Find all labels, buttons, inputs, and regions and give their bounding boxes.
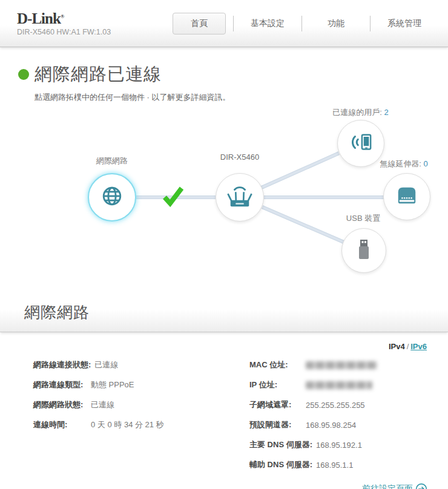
clients-node-label: 已連線的用戶: 2: [314, 107, 407, 118]
check-icon: [161, 185, 185, 210]
nav-separator: [301, 16, 302, 31]
connected-clients-node[interactable]: [337, 120, 384, 167]
dlink-logo: D-Link®: [17, 11, 111, 26]
network-topology: 網際網路 DIR-X5460 已連線的用戶: 2 無線延伸器: 0 USB 裝置: [0, 105, 448, 288]
page-title: 網際網路已連線: [35, 62, 162, 87]
detail-row-primary-dns: 主要 DNS 伺服器: 168.95.192.1: [249, 439, 377, 450]
internet-node-label: 網際網路: [88, 156, 136, 166]
link-router-usb: [262, 205, 344, 243]
go-to-settings-link[interactable]: 前往設定頁面: [362, 483, 427, 489]
clients-count: 2: [384, 108, 389, 117]
router-node-label: DIR-X5460: [209, 153, 270, 162]
tab-basic-settings[interactable]: 基本設定: [241, 13, 294, 34]
ip-version-switch: IPv4/IPv6: [0, 332, 448, 351]
router-node[interactable]: [216, 173, 264, 222]
detail-row-connection-type: 網路連線類型: 動態 PPPoE: [33, 379, 216, 390]
router-admin-page: D-Link® DIR-X5460 HW:A1 FW:1.03 首頁 基本設定 …: [0, 0, 448, 489]
nav-separator: [233, 16, 234, 31]
details-left-column: 網路線連接狀態: 已連線 網路連線類型: 動態 PPPoE 網際網路狀態: 已連…: [33, 359, 216, 479]
model-firmware-label: DIR-X5460 HW:A1 FW:1.03: [17, 28, 111, 36]
ipv4-tab[interactable]: IPv4: [389, 342, 405, 351]
main-nav: 首頁 基本設定 功能 系統管理: [173, 13, 431, 34]
app-header: D-Link® DIR-X5460 HW:A1 FW:1.03 首頁 基本設定 …: [0, 0, 448, 47]
extender-icon: [394, 184, 420, 209]
tab-home[interactable]: 首頁: [173, 13, 226, 34]
ipv6-tab[interactable]: IPv6: [410, 342, 427, 351]
connection-status: 網際網路已連線 點選網路拓樸中的任何一個物件 · 以了解更多詳細資訊。: [0, 47, 448, 103]
logo-block: D-Link® DIR-X5460 HW:A1 FW:1.03: [17, 11, 111, 36]
status-subtitle: 點選網路拓樸中的任何一個物件 · 以了解更多詳細資訊。: [35, 92, 448, 103]
section-title: 網際網路: [24, 302, 448, 323]
redacted-mac-value: [306, 361, 377, 369]
tab-management[interactable]: 系統管理: [378, 13, 431, 34]
usb-node-label: USB 裝置: [333, 213, 394, 224]
wifi-client-icon: [348, 131, 374, 156]
usb-device-node[interactable]: [341, 228, 386, 273]
globe-icon: [100, 185, 124, 210]
arrow-circle-icon: [415, 483, 427, 489]
tab-features[interactable]: 功能: [309, 13, 363, 34]
detail-row-mac-address: MAC 位址:: [249, 359, 377, 370]
nav-separator: [370, 16, 371, 31]
registered-mark: ®: [61, 13, 65, 19]
link-router-extender: [264, 195, 384, 199]
usb-icon: [354, 237, 374, 264]
link-router-clients: [261, 151, 340, 189]
router-icon: [226, 183, 254, 211]
detail-row-internet-status: 網際網路狀態: 已連線: [33, 399, 216, 410]
detail-row-cable-status: 網路線連接狀態: 已連線: [33, 359, 216, 370]
extender-node[interactable]: [383, 173, 430, 220]
redacted-ip-value: [306, 381, 372, 389]
details-right-column: MAC 位址: IP 位址: 子網域遮罩: 255.255.255.255 預設…: [249, 359, 377, 479]
internet-details-section: 網際網路 IPv4/IPv6 網路線連接狀態: 已連線 網路連線類型: 動態 P…: [0, 291, 448, 489]
internet-details: 網路線連接狀態: 已連線 網路連線類型: 動態 PPPoE 網際網路狀態: 已連…: [0, 359, 448, 479]
extender-count: 0: [424, 159, 428, 168]
go-to-settings-row: 前往設定頁面: [0, 483, 448, 489]
internet-node[interactable]: [88, 173, 136, 222]
detail-row-default-gateway: 預設閘道器: 168.95.98.254: [249, 419, 377, 430]
detail-row-secondary-dns: 輔助 DNS 伺服器: 168.95.1.1: [249, 459, 377, 470]
detail-row-ip-address: IP 位址:: [249, 379, 377, 390]
ip-version-separator: /: [407, 342, 409, 351]
status-dot-icon: [18, 69, 29, 80]
detail-row-uptime: 連線時間: 0 天 0 時 34 分 21 秒: [33, 419, 216, 430]
detail-row-subnet-mask: 子網域遮罩: 255.255.255.255: [249, 399, 377, 410]
section-header: 網際網路: [0, 291, 448, 332]
